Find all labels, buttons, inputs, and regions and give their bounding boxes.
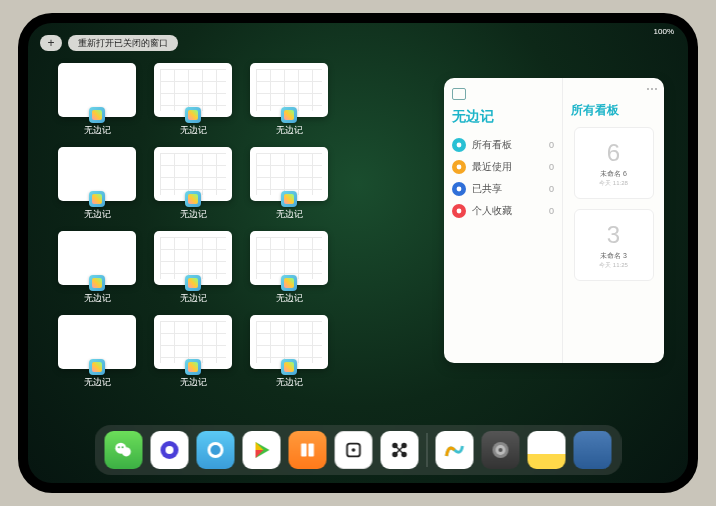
dock-app-folder[interactable] [574, 431, 612, 469]
window-label: 无边记 [84, 124, 111, 137]
board-time: 今天 11:25 [599, 261, 628, 270]
freeform-app-icon [185, 275, 201, 291]
window-label: 无边记 [84, 292, 111, 305]
more-icon[interactable]: ⋯ [646, 82, 658, 96]
dock-app-nodes[interactable] [381, 431, 419, 469]
thumbnail-preview [250, 147, 328, 201]
window-label: 无边记 [84, 376, 111, 389]
thumbnail-preview [154, 63, 232, 117]
freeform-app-icon [185, 359, 201, 375]
sidebar-item-person[interactable]: 已共享 0 [452, 178, 554, 200]
window-thumbnail[interactable]: 无边记 [154, 315, 232, 389]
window-thumbnail[interactable]: 无边记 [58, 147, 136, 221]
board-time: 今天 11:28 [599, 179, 628, 188]
battery-indicator: 100% [654, 27, 674, 36]
freeform-app-icon [281, 107, 297, 123]
topbar: + 重新打开已关闭的窗口 [40, 35, 178, 51]
window-label: 无边记 [180, 292, 207, 305]
thumbnail-preview [58, 147, 136, 201]
svg-point-1 [457, 165, 462, 170]
sidebar-item-count: 0 [549, 162, 554, 172]
freeform-app-icon [281, 275, 297, 291]
freeform-app-icon [281, 359, 297, 375]
cloud-icon [452, 138, 466, 152]
window-label: 无边记 [276, 124, 303, 137]
thumbnail-preview [58, 231, 136, 285]
window-label: 无边记 [180, 124, 207, 137]
sidebar-item-label: 所有看板 [472, 138, 512, 152]
svg-point-15 [352, 448, 356, 452]
thumbnail-preview [154, 147, 232, 201]
board-card[interactable]: 3 未命名 3 今天 11:25 [574, 209, 654, 281]
board-preview: 6 [607, 139, 620, 167]
board-name: 未命名 6 [600, 169, 627, 179]
thumbnail-preview [250, 315, 328, 369]
svg-point-0 [457, 143, 462, 148]
window-label: 无边记 [276, 208, 303, 221]
thumbnail-preview [58, 63, 136, 117]
sidebar-item-label: 已共享 [472, 182, 502, 196]
reopen-closed-window-button[interactable]: 重新打开已关闭的窗口 [68, 35, 178, 51]
window-thumbnail[interactable]: 无边记 [154, 63, 232, 137]
board-name: 未命名 3 [600, 251, 627, 261]
window-thumbnail[interactable]: 无边记 [58, 63, 136, 137]
freeform-panel[interactable]: 无边记 所有看板 0 最近使用 0 已共享 0 个人收藏 0 ⋯ 所有看板 6 … [444, 78, 664, 363]
app-switcher-grid: 无边记 无边记 无边记 无边记 无边记 无边记 无边记 无边记 [58, 63, 418, 389]
sidebar-collapse-icon[interactable] [452, 88, 466, 100]
window-label: 无边记 [276, 376, 303, 389]
dock-app-books[interactable] [289, 431, 327, 469]
sidebar-item-clock[interactable]: 最近使用 0 [452, 156, 554, 178]
svg-point-7 [122, 446, 124, 448]
freeform-app-icon [89, 275, 105, 291]
svg-point-6 [118, 446, 120, 448]
person-icon [452, 182, 466, 196]
window-thumbnail[interactable]: 无边记 [250, 315, 328, 389]
freeform-app-icon [185, 107, 201, 123]
window-thumbnail[interactable]: 无边记 [58, 315, 136, 389]
window-thumbnail[interactable]: 无边记 [154, 231, 232, 305]
dock-app-quark[interactable] [151, 431, 189, 469]
freeform-app-icon [89, 107, 105, 123]
window-thumbnail[interactable]: 无边记 [250, 147, 328, 221]
new-window-button[interactable]: + [40, 35, 62, 51]
sidebar-item-heart[interactable]: 个人收藏 0 [452, 200, 554, 222]
freeform-app-icon [89, 191, 105, 207]
right-title: 所有看板 [571, 102, 656, 119]
heart-icon [452, 204, 466, 218]
sidebar-item-cloud[interactable]: 所有看板 0 [452, 134, 554, 156]
screen: 100% + 重新打开已关闭的窗口 无边记 无边记 无边记 无边记 无边记 无边 [28, 23, 688, 483]
panel-right: ⋯ 所有看板 6 未命名 6 今天 11:28 3 未命名 3 今天 11:25 [562, 78, 664, 363]
thumbnail-preview [250, 231, 328, 285]
dock-app-media[interactable] [243, 431, 281, 469]
dock-app-wechat[interactable] [105, 431, 143, 469]
svg-point-3 [457, 209, 462, 214]
svg-rect-12 [301, 444, 307, 457]
sidebar-item-count: 0 [549, 140, 554, 150]
sidebar-item-label: 最近使用 [472, 160, 512, 174]
ipad-frame: 100% + 重新打开已关闭的窗口 无边记 无边记 无边记 无边记 无边记 无边 [18, 13, 698, 493]
panel-title: 无边记 [452, 108, 554, 126]
svg-point-5 [122, 447, 131, 456]
dock-app-freeform[interactable] [436, 431, 474, 469]
dock-divider [427, 433, 428, 467]
window-label: 无边记 [180, 208, 207, 221]
sidebar-item-count: 0 [549, 206, 554, 216]
dock-app-dot[interactable] [335, 431, 373, 469]
thumbnail-preview [154, 315, 232, 369]
svg-point-9 [166, 446, 174, 454]
status-bar: 100% [654, 27, 674, 36]
thumbnail-preview [154, 231, 232, 285]
window-thumbnail[interactable]: 无边记 [250, 63, 328, 137]
window-label: 无边记 [276, 292, 303, 305]
clock-icon [452, 160, 466, 174]
dock-app-notes[interactable] [528, 431, 566, 469]
dock-app-qbrowser[interactable] [197, 431, 235, 469]
board-card[interactable]: 6 未命名 6 今天 11:28 [574, 127, 654, 199]
svg-point-11 [211, 445, 221, 455]
thumbnail-preview [58, 315, 136, 369]
thumbnail-preview [250, 63, 328, 117]
dock-app-settings[interactable] [482, 431, 520, 469]
window-thumbnail[interactable]: 无边记 [250, 231, 328, 305]
window-thumbnail[interactable]: 无边记 [58, 231, 136, 305]
window-thumbnail[interactable]: 无边记 [154, 147, 232, 221]
